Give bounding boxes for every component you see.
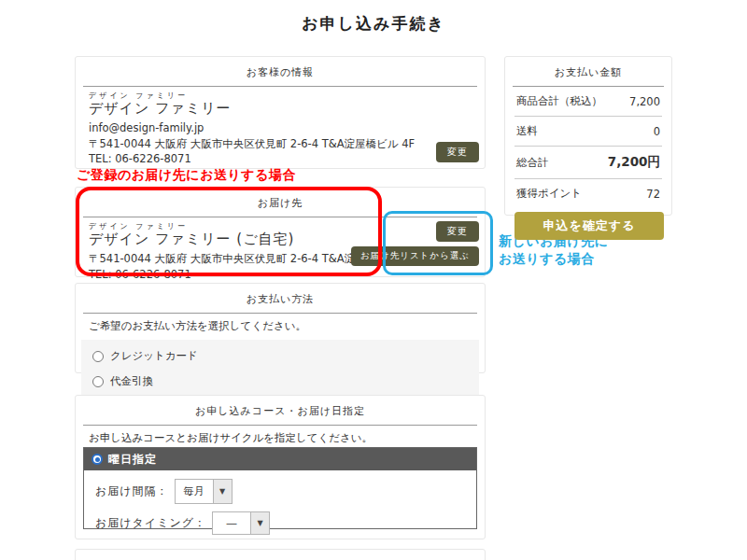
payment-method-header: お支払い方法 xyxy=(76,284,485,306)
payment-option-credit-card[interactable]: クレジットカード xyxy=(81,343,479,369)
payment-options: クレジットカード 代金引換 xyxy=(81,340,479,398)
payment-option-label: クレジットカード xyxy=(110,349,198,363)
payment-summary-header: お支払い金額 xyxy=(505,57,671,79)
customer-info-panel: お客様の情報 デザイン ファミリー デザイン ファミリー info@design… xyxy=(75,56,486,169)
summary-row-points: 獲得ポイント 72 xyxy=(514,179,662,208)
next-panel-clipped xyxy=(75,549,486,560)
interval-row: お届け間隔： 毎月 ▼ xyxy=(95,479,465,504)
summary-row-total: 総合計 7,200円 xyxy=(514,147,662,179)
delivery-change-button[interactable]: 変更 xyxy=(436,221,479,242)
course-instruction-line1: お申し込みコースとお届けサイクルを指定してください。 xyxy=(89,430,472,445)
delivery-tel: TEL: 06-6226-8071 xyxy=(89,267,472,283)
customer-name: デザイン ファミリー xyxy=(89,100,472,118)
interval-select-value: 毎月 xyxy=(175,479,214,504)
timing-label: お届けタイミング： xyxy=(95,515,206,531)
summary-total-value: 7,200円 xyxy=(608,154,660,171)
interval-select[interactable]: 毎月 ▼ xyxy=(175,479,233,504)
page-title: お申し込み手続き xyxy=(0,13,747,35)
chevron-down-icon: ▼ xyxy=(251,511,270,535)
weekday-option-bar[interactable]: 曜日指定 xyxy=(84,448,476,470)
summary-value: 7,200 xyxy=(629,95,660,108)
radio-unselected-icon[interactable] xyxy=(92,376,104,387)
course-header: お申し込みコース・お届け日指定 xyxy=(76,396,485,418)
registered-address-annotation: ご登録のお届け先にお送りする場合 xyxy=(77,167,296,184)
delivery-panel: お届け先 デザイン ファミリー デザイン ファミリー (ご自宅) 〒541-00… xyxy=(75,187,486,277)
course-content: お届け間隔： 毎月 ▼ お届けタイミング： ― ▼ xyxy=(84,470,476,551)
payment-method-panel: お支払い方法 ご希望のお支払い方法を選択してください。 クレジットカード 代金引… xyxy=(75,283,486,373)
customer-email: info@design-family.jp xyxy=(89,120,472,136)
radio-selected-icon[interactable] xyxy=(92,454,103,465)
customer-change-button[interactable]: 変更 xyxy=(436,142,479,162)
payment-option-label: 代金引換 xyxy=(110,374,153,388)
summary-value: 72 xyxy=(646,188,660,201)
customer-name-furigana: デザイン ファミリー xyxy=(89,91,472,100)
chevron-down-icon: ▼ xyxy=(214,479,233,504)
customer-tel: TEL: 06-6226-8071 xyxy=(89,151,472,167)
confirm-order-button[interactable]: 申込を確定する xyxy=(514,212,664,240)
course-panel: お申し込みコース・お届け日指定 お申し込みコースとお届けサイクルを指定してくださ… xyxy=(75,395,486,539)
delivery-name-furigana: デザイン ファミリー xyxy=(89,222,472,231)
customer-info-header: お客様の情報 xyxy=(76,57,485,79)
timing-row: お届けタイミング： ― ▼ xyxy=(95,511,465,535)
summary-row-subtotal: 商品合計（税込） 7,200 xyxy=(514,87,662,117)
summary-label: 送料 xyxy=(516,124,538,138)
order-procedure-page: お申し込み手続き お客様の情報 デザイン ファミリー デザイン ファミリー in… xyxy=(0,0,747,560)
payment-summary-panel: お支払い金額 商品合計（税込） 7,200 送料 0 総合計 7,200円 獲得… xyxy=(504,56,672,216)
delivery-list-button[interactable]: お届け先リストから選ぶ xyxy=(351,246,479,266)
summary-label: 総合計 xyxy=(516,156,549,170)
interval-label: お届け間隔： xyxy=(95,483,169,499)
weekday-option-label: 曜日指定 xyxy=(108,452,157,468)
customer-info-block: デザイン ファミリー デザイン ファミリー info@design-family… xyxy=(76,87,485,167)
timing-select[interactable]: ― ▼ xyxy=(212,511,270,535)
summary-rows: 商品合計（税込） 7,200 送料 0 総合計 7,200円 獲得ポイント 72 xyxy=(505,87,671,208)
weekday-course-box: 曜日指定 お届け間隔： 毎月 ▼ お届けタイミング： ― ▼ xyxy=(83,447,477,529)
summary-value: 0 xyxy=(654,125,660,138)
payment-option-cash-on-delivery[interactable]: 代金引換 xyxy=(81,369,479,394)
delivery-header: お届け先 xyxy=(76,188,485,210)
customer-address: 〒541-0044 大阪府 大阪市中央区伏見町 2-6-4 T&A淀屋橋ビル 4… xyxy=(89,136,472,152)
summary-label: 商品合計（税込） xyxy=(516,94,602,108)
payment-method-instruction: ご希望のお支払い方法を選択してください。 xyxy=(76,314,485,333)
summary-label: 獲得ポイント xyxy=(516,187,582,201)
new-address-annotation-line2: お送りする場合 xyxy=(499,250,609,268)
timing-select-value: ― xyxy=(212,511,251,535)
radio-unselected-icon[interactable] xyxy=(92,351,104,362)
summary-row-shipping: 送料 0 xyxy=(514,117,662,147)
